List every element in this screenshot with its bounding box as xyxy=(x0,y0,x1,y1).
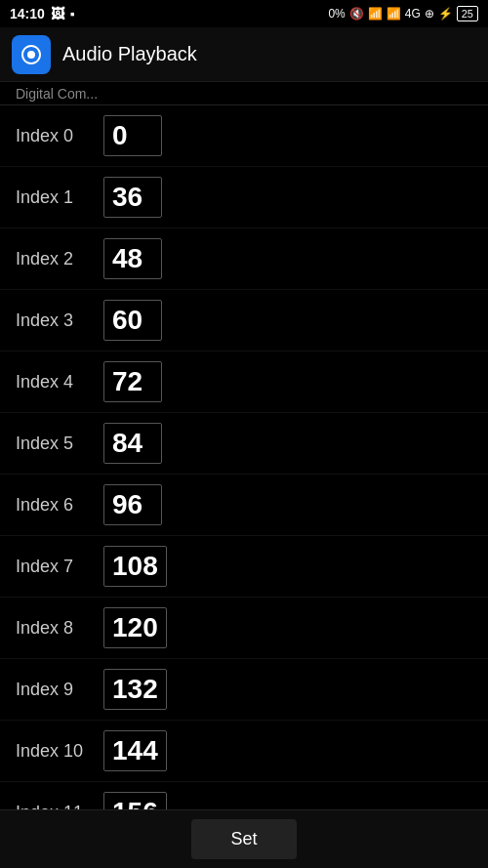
index-label-0: Index 0 xyxy=(16,126,103,146)
index-row-4[interactable]: Index 472 xyxy=(0,351,488,413)
network-type: 4G xyxy=(405,7,421,21)
audio-icon xyxy=(20,43,43,66)
index-row-3[interactable]: Index 360 xyxy=(0,290,488,351)
index-value-6: 96 xyxy=(112,489,142,519)
app-header: Audio Playback xyxy=(0,27,488,82)
index-label-7: Index 7 xyxy=(16,557,103,577)
index-row-7[interactable]: Index 7108 xyxy=(0,536,488,598)
index-label-8: Index 8 xyxy=(16,618,103,639)
scroll-hint-text: Digital Com... xyxy=(16,86,98,102)
index-value-box-4[interactable]: 72 xyxy=(103,361,162,402)
index-row-0[interactable]: Index 00 xyxy=(0,105,488,167)
signal-icon: 📶 xyxy=(386,7,401,21)
image-icon: 🖼 xyxy=(51,6,64,21)
index-label-11: Index 11 xyxy=(16,803,103,810)
svg-point-0 xyxy=(27,51,35,59)
index-value-5: 84 xyxy=(112,428,142,458)
index-value-7: 108 xyxy=(112,551,158,581)
wifi-icon: 📶 xyxy=(368,7,383,21)
index-row-6[interactable]: Index 696 xyxy=(0,475,488,536)
index-value-box-7[interactable]: 108 xyxy=(103,546,167,587)
index-label-2: Index 2 xyxy=(16,249,103,269)
index-value-11: 156 xyxy=(112,797,158,809)
index-list[interactable]: Index 00Index 136Index 248Index 360Index… xyxy=(0,105,488,809)
index-label-1: Index 1 xyxy=(16,187,103,208)
index-value-4: 72 xyxy=(112,366,142,396)
index-row-9[interactable]: Index 9132 xyxy=(0,659,488,721)
status-bar-right: 0% 🔇 📶 📶 4G ⊕ ⚡ 25 xyxy=(328,6,478,21)
index-value-box-6[interactable]: 96 xyxy=(103,484,162,525)
app-icon xyxy=(12,35,51,74)
index-value-9: 132 xyxy=(112,674,158,704)
status-bar: 14:10 🖼 ▪ 0% 🔇 📶 📶 4G ⊕ ⚡ 25 xyxy=(0,0,488,27)
index-value-box-0[interactable]: 0 xyxy=(103,115,162,156)
download-icon: ⊕ xyxy=(425,7,434,21)
app-title: Audio Playback xyxy=(62,43,197,65)
percentage-display: 0% xyxy=(328,7,345,21)
index-label-3: Index 3 xyxy=(16,310,103,331)
index-row-5[interactable]: Index 584 xyxy=(0,413,488,475)
index-value-2: 48 xyxy=(112,243,142,273)
sim-icon: ▪ xyxy=(70,6,75,21)
index-value-1: 36 xyxy=(112,182,142,212)
battery-display: 25 xyxy=(457,6,478,21)
bottom-bar: Set xyxy=(0,809,488,868)
index-value-box-2[interactable]: 48 xyxy=(103,238,162,279)
index-value-box-9[interactable]: 132 xyxy=(103,669,167,710)
index-label-6: Index 6 xyxy=(16,495,103,516)
index-value-box-5[interactable]: 84 xyxy=(103,423,162,464)
index-label-9: Index 9 xyxy=(16,680,103,700)
index-value-box-8[interactable]: 120 xyxy=(103,607,167,648)
index-value-box-11[interactable]: 156 xyxy=(103,792,167,809)
index-label-4: Index 4 xyxy=(16,372,103,393)
index-value-10: 144 xyxy=(112,735,158,765)
index-row-10[interactable]: Index 10144 xyxy=(0,721,488,782)
index-value-8: 120 xyxy=(112,612,158,642)
index-row-1[interactable]: Index 136 xyxy=(0,167,488,228)
index-row-11[interactable]: Index 11156 xyxy=(0,782,488,809)
status-bar-left: 14:10 🖼 ▪ xyxy=(10,6,75,21)
scroll-hint: Digital Com... xyxy=(0,82,488,105)
index-value-box-3[interactable]: 60 xyxy=(103,300,162,341)
index-value-box-1[interactable]: 36 xyxy=(103,177,162,218)
index-value-0: 0 xyxy=(112,120,128,150)
time-display: 14:10 xyxy=(10,6,45,21)
set-button[interactable]: Set xyxy=(191,819,296,859)
index-label-10: Index 10 xyxy=(16,741,103,762)
index-row-2[interactable]: Index 248 xyxy=(0,228,488,290)
index-row-8[interactable]: Index 8120 xyxy=(0,598,488,659)
index-value-box-10[interactable]: 144 xyxy=(103,730,167,771)
index-label-5: Index 5 xyxy=(16,434,103,454)
mute-icon: 🔇 xyxy=(349,7,364,21)
charge-icon: ⚡ xyxy=(438,7,453,21)
index-value-3: 60 xyxy=(112,305,142,335)
